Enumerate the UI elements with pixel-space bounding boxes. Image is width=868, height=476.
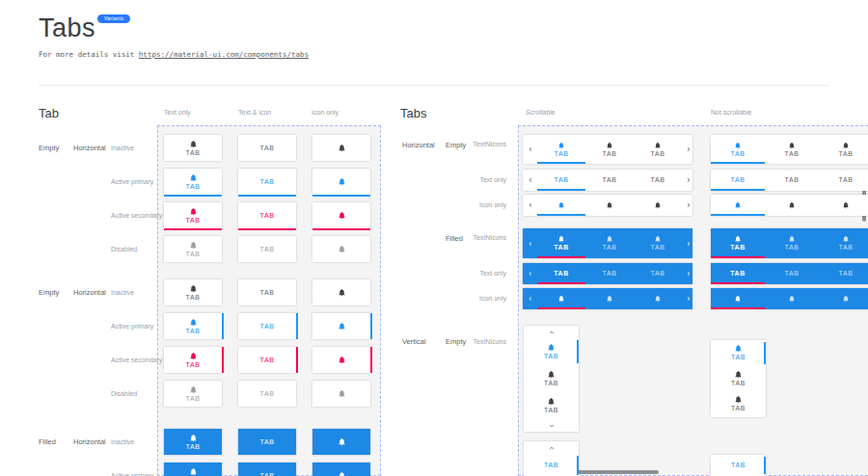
tab-cell-icon[interactable] — [312, 236, 370, 262]
state-label: Inactive — [111, 289, 134, 296]
tab-cell-both[interactable]: TAB — [164, 381, 222, 407]
tab[interactable]: TAB — [585, 135, 634, 164]
tab-cell-text[interactable]: TAB — [238, 429, 296, 455]
tab-cell-icon[interactable] — [312, 381, 370, 407]
tab-active[interactable]: TAB — [711, 263, 765, 284]
tab[interactable]: TAB — [524, 365, 579, 392]
notifications-icon — [734, 142, 742, 149]
chevron-right-icon[interactable] — [682, 170, 694, 191]
tab-active[interactable]: TAB — [524, 454, 579, 476]
active-indicator — [577, 456, 579, 475]
tab-label: TAB — [731, 176, 746, 184]
tab-active[interactable]: TAB — [524, 338, 579, 365]
tab-active[interactable]: TAB — [537, 228, 585, 258]
tab-cell-text[interactable]: TAB — [238, 202, 296, 228]
tab-cell-text[interactable]: TAB — [238, 236, 296, 262]
state-label: Active secondary — [111, 357, 162, 363]
tab-cell-both[interactable]: TAB — [164, 169, 222, 195]
tab-active[interactable]: TAB — [711, 455, 766, 476]
tab[interactable] — [634, 195, 682, 216]
tab-cell-text[interactable]: TAB — [238, 169, 296, 195]
tab[interactable]: TAB — [634, 228, 682, 258]
tab-cell-icon[interactable] — [312, 279, 370, 305]
chevron-left-icon[interactable] — [523, 170, 537, 191]
tab[interactable] — [765, 195, 819, 216]
tab-cell-text[interactable]: TAB — [238, 463, 296, 476]
tab-cell-text[interactable]: TAB — [238, 135, 296, 161]
tab[interactable] — [765, 288, 819, 309]
tab[interactable] — [819, 195, 868, 216]
tab-cell-text[interactable]: TAB — [238, 347, 296, 373]
tab-cell-both[interactable]: TAB — [164, 347, 222, 373]
tab[interactable]: TAB — [819, 135, 868, 164]
tab[interactable]: TAB — [819, 263, 868, 284]
tab[interactable]: TAB — [524, 392, 579, 419]
tab[interactable]: TAB — [765, 135, 819, 164]
tab-active[interactable] — [537, 288, 585, 309]
chevron-down-icon[interactable] — [524, 419, 579, 432]
tab[interactable]: TAB — [585, 170, 634, 191]
tab-active[interactable] — [711, 288, 765, 309]
tab-active[interactable] — [537, 195, 585, 216]
tab-cell-text[interactable]: TAB — [238, 381, 296, 407]
tab[interactable]: TAB — [765, 228, 819, 258]
tab-cell-both[interactable]: TAB — [164, 279, 222, 305]
chevron-up-icon[interactable] — [524, 441, 579, 454]
tab-active[interactable]: TAB — [537, 170, 585, 191]
tab-cell-both[interactable]: TAB — [164, 236, 222, 262]
tab-cell-both[interactable]: TAB — [164, 202, 222, 228]
tab-active[interactable]: TAB — [537, 135, 585, 164]
tab[interactable]: TAB — [819, 228, 868, 258]
column-header-text-icon: Text & icon — [238, 109, 271, 116]
tab-cell-icon[interactable] — [312, 169, 370, 195]
tab[interactable]: TAB — [711, 366, 766, 392]
tab[interactable]: TAB — [765, 170, 819, 191]
notifications-icon — [189, 207, 198, 216]
chevron-right-icon[interactable] — [682, 195, 694, 216]
tab-cell-icon[interactable] — [312, 347, 370, 373]
tab-cell-icon[interactable] — [312, 313, 370, 339]
chevron-left-icon[interactable] — [523, 135, 537, 164]
tab[interactable] — [585, 288, 634, 309]
chevron-right-icon[interactable] — [682, 228, 694, 258]
chevron-up-icon[interactable] — [524, 326, 579, 338]
tab-cell-both[interactable]: TAB — [164, 463, 222, 476]
vertical-tab-bar: TABTABTAB — [711, 455, 766, 476]
chevron-left-icon[interactable] — [523, 228, 537, 258]
tab[interactable] — [819, 288, 868, 309]
tab[interactable]: TAB — [585, 263, 634, 284]
tab[interactable]: TAB — [634, 135, 682, 164]
tab[interactable]: TAB — [585, 228, 634, 258]
tab[interactable]: TAB — [819, 170, 868, 191]
tab[interactable]: TAB — [634, 170, 682, 191]
material-ui-link[interactable]: https://material-ui.com/components/tabs — [139, 50, 309, 59]
chevron-left-icon[interactable] — [523, 263, 537, 284]
tab[interactable] — [634, 288, 682, 309]
tab-cell-both[interactable]: TAB — [164, 313, 222, 339]
tab-active[interactable] — [711, 195, 765, 216]
tab-cell-icon[interactable] — [312, 463, 370, 476]
tab-cell-icon[interactable] — [312, 429, 370, 455]
tab[interactable] — [585, 195, 634, 216]
tab-cell-text[interactable]: TAB — [238, 313, 296, 339]
tab[interactable]: TAB — [634, 263, 682, 284]
tab-cell-icon[interactable] — [312, 202, 370, 228]
tab-cell-both[interactable]: TAB — [164, 135, 222, 161]
tab-active[interactable]: TAB — [711, 228, 765, 258]
tab-active[interactable]: TAB — [711, 340, 766, 366]
chevron-right-icon[interactable] — [682, 263, 694, 284]
tab-active[interactable]: TAB — [711, 135, 765, 164]
notifications-icon — [557, 201, 565, 209]
tab-cell-both[interactable]: TAB — [164, 429, 222, 455]
chevron-left-icon[interactable] — [523, 195, 537, 216]
tab-cell-text[interactable]: TAB — [238, 279, 296, 305]
tab-active[interactable]: TAB — [711, 170, 765, 191]
chevron-left-icon[interactable] — [523, 288, 537, 309]
tab[interactable]: TAB — [711, 391, 766, 417]
chevron-right-icon[interactable] — [682, 288, 694, 309]
tab[interactable]: TAB — [765, 263, 819, 284]
tab-active[interactable]: TAB — [537, 263, 585, 284]
tab-cell-icon[interactable] — [312, 135, 370, 161]
notifications-icon — [189, 140, 198, 148]
chevron-right-icon[interactable] — [682, 135, 694, 164]
